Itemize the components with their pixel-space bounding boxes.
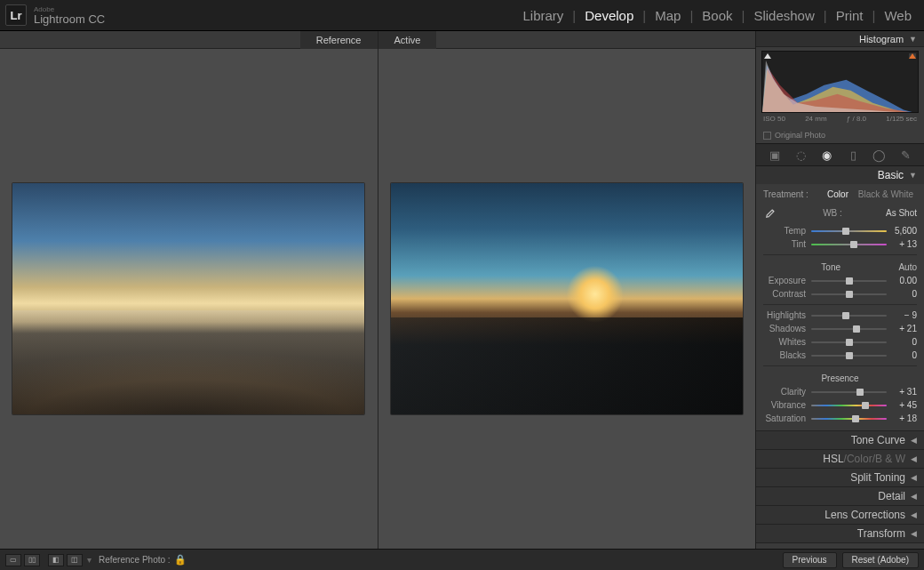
histogram-graph[interactable] bbox=[761, 51, 919, 113]
saturation-value[interactable]: + 18 bbox=[887, 413, 917, 423]
saturation-label: Saturation bbox=[763, 413, 811, 423]
shadows-label: Shadows bbox=[763, 324, 811, 333]
module-slideshow[interactable]: Slideshow bbox=[750, 8, 817, 23]
bottom-toolbar: ▭ ▯▯ ◧ ◫ ▾ Reference Photo : 🔒 Previous … bbox=[0, 549, 924, 570]
view-reference-icon[interactable]: ▯▯ bbox=[24, 554, 40, 566]
clarity-slider[interactable]: Clarity+ 31 bbox=[763, 385, 917, 398]
disclosure-icon: ◀ bbox=[911, 510, 917, 519]
blacks-slider[interactable]: Blacks0 bbox=[763, 349, 917, 362]
exposure-value[interactable]: 0.00 bbox=[887, 276, 917, 285]
treatment-color[interactable]: Color bbox=[824, 189, 852, 199]
active-tab[interactable]: Active bbox=[378, 31, 437, 49]
clarity-label: Clarity bbox=[763, 387, 811, 397]
lock-icon[interactable]: 🔒 bbox=[174, 554, 187, 566]
lightroom-logo: Lr bbox=[5, 4, 27, 26]
grad-tool-icon[interactable]: ▯ bbox=[844, 146, 862, 164]
presence-subhead: Presence bbox=[763, 373, 917, 383]
histogram-title: Histogram bbox=[859, 34, 904, 44]
checkbox-icon bbox=[763, 132, 771, 140]
module-print[interactable]: Print bbox=[832, 8, 867, 23]
disclosure-icon: ◀ bbox=[911, 473, 917, 482]
hsl-panel-header[interactable]: HSL / Color / B & W ◀ bbox=[756, 450, 924, 468]
shadows-slider[interactable]: Shadows+ 21 bbox=[763, 322, 917, 335]
tint-label: Tint bbox=[763, 239, 811, 249]
split-toning-panel-header[interactable]: Split Toning◀ bbox=[756, 469, 924, 486]
auto-button[interactable]: Auto bbox=[898, 262, 917, 272]
tone-subhead: Tone bbox=[763, 262, 898, 272]
previous-button[interactable]: Previous bbox=[783, 552, 837, 568]
brand-block: Lr Adobe Lightroom CC bbox=[5, 4, 105, 26]
blacks-label: Blacks bbox=[763, 350, 811, 360]
disclosure-icon: ▼ bbox=[909, 171, 917, 180]
develop-tool-strip: ▣ ◌ ◉ ▯ ◯ ✎ bbox=[756, 143, 924, 166]
disclosure-icon: ◀ bbox=[911, 492, 917, 501]
histogram-iso: ISO 50 bbox=[763, 115, 785, 123]
module-develop[interactable]: Develop bbox=[581, 8, 637, 23]
spot-tool-icon[interactable]: ◌ bbox=[792, 146, 809, 164]
temp-label: Temp bbox=[763, 226, 811, 236]
module-map[interactable]: Map bbox=[651, 8, 684, 23]
highlights-label: Highlights bbox=[763, 310, 811, 320]
module-library[interactable]: Library bbox=[519, 8, 567, 23]
wb-label: WB : bbox=[785, 208, 880, 218]
exposure-label: Exposure bbox=[763, 276, 811, 285]
contrast-value[interactable]: 0 bbox=[887, 289, 917, 299]
crop-tool-icon[interactable]: ▣ bbox=[766, 146, 784, 164]
tint-slider[interactable]: Tint + 13 bbox=[763, 237, 917, 251]
disclosure-icon: ◀ bbox=[911, 529, 917, 538]
vibrance-value[interactable]: + 45 bbox=[887, 400, 917, 410]
module-book[interactable]: Book bbox=[698, 8, 736, 23]
shadows-value[interactable]: + 21 bbox=[887, 324, 917, 333]
canvas-area: Reference Active bbox=[0, 31, 755, 549]
module-picker: Library| Develop| Map| Book| Slideshow| … bbox=[519, 8, 915, 23]
lens-corrections-panel-header[interactable]: Lens Corrections◀ bbox=[756, 506, 924, 524]
reset-button[interactable]: Reset (Adobe) bbox=[842, 552, 919, 568]
disclosure-icon: ◀ bbox=[911, 454, 917, 463]
transform-panel-header[interactable]: Transform◀ bbox=[756, 525, 924, 542]
saturation-slider[interactable]: Saturation+ 18 bbox=[763, 412, 917, 425]
reference-photo-label: Reference Photo : bbox=[99, 555, 171, 565]
treatment-label: Treatment : bbox=[763, 189, 808, 199]
reference-photo[interactable] bbox=[12, 183, 364, 414]
histogram-shutter: 1/125 sec bbox=[886, 115, 917, 123]
reference-tab[interactable]: Reference bbox=[300, 31, 378, 49]
redeye-tool-icon[interactable]: ◉ bbox=[818, 146, 836, 164]
top-bar: Lr Adobe Lightroom CC Library| Develop| … bbox=[0, 0, 924, 31]
disclosure-icon: ◀ bbox=[911, 436, 917, 445]
whites-slider[interactable]: Whites0 bbox=[763, 335, 917, 349]
view-split-icon[interactable]: ◫ bbox=[67, 554, 83, 566]
original-photo-toggle[interactable]: Original Photo bbox=[756, 129, 924, 143]
clarity-value[interactable]: + 31 bbox=[887, 387, 917, 397]
temp-value[interactable]: 5,600 bbox=[887, 226, 917, 236]
canvas-tabs: Reference Active bbox=[0, 31, 755, 49]
reference-pane bbox=[0, 49, 378, 549]
eyedropper-icon[interactable] bbox=[763, 205, 779, 221]
whites-value[interactable]: 0 bbox=[887, 337, 917, 347]
view-before-after-icon[interactable]: ◧ bbox=[48, 554, 64, 566]
brush-tool-icon[interactable]: ✎ bbox=[896, 146, 914, 164]
tint-value[interactable]: + 13 bbox=[887, 239, 917, 249]
brand-product: Lightroom CC bbox=[34, 13, 105, 25]
view-single-icon[interactable]: ▭ bbox=[5, 554, 21, 566]
active-photo[interactable] bbox=[391, 183, 743, 414]
tone-curve-panel-header[interactable]: Tone Curve◀ bbox=[756, 431, 924, 449]
temp-slider[interactable]: Temp 5,600 bbox=[763, 224, 917, 237]
basic-panel-header[interactable]: Basic ▼ bbox=[756, 166, 924, 184]
vibrance-slider[interactable]: Vibrance+ 45 bbox=[763, 398, 917, 412]
exposure-slider[interactable]: Exposure0.00 bbox=[763, 274, 917, 287]
histogram-header[interactable]: Histogram ▼ bbox=[756, 31, 924, 47]
radial-tool-icon[interactable]: ◯ bbox=[871, 146, 888, 164]
highlights-slider[interactable]: Highlights− 9 bbox=[763, 309, 917, 322]
chevron-down-icon[interactable]: ▾ bbox=[87, 555, 92, 565]
active-pane bbox=[378, 49, 756, 549]
blacks-value[interactable]: 0 bbox=[887, 350, 917, 360]
detail-panel-header[interactable]: Detail◀ bbox=[756, 487, 924, 505]
contrast-slider[interactable]: Contrast0 bbox=[763, 287, 917, 301]
module-web[interactable]: Web bbox=[880, 8, 915, 23]
highlights-value[interactable]: − 9 bbox=[887, 310, 917, 320]
histogram-aperture: ƒ / 8.0 bbox=[847, 115, 866, 123]
disclosure-icon: ▼ bbox=[909, 35, 917, 44]
right-panel: Histogram ▼ ISO 50 24 mm ƒ / 8.0 1/125 s… bbox=[755, 31, 924, 549]
treatment-bw[interactable]: Black & White bbox=[855, 189, 917, 199]
wb-preset[interactable]: As Shot bbox=[886, 208, 917, 218]
